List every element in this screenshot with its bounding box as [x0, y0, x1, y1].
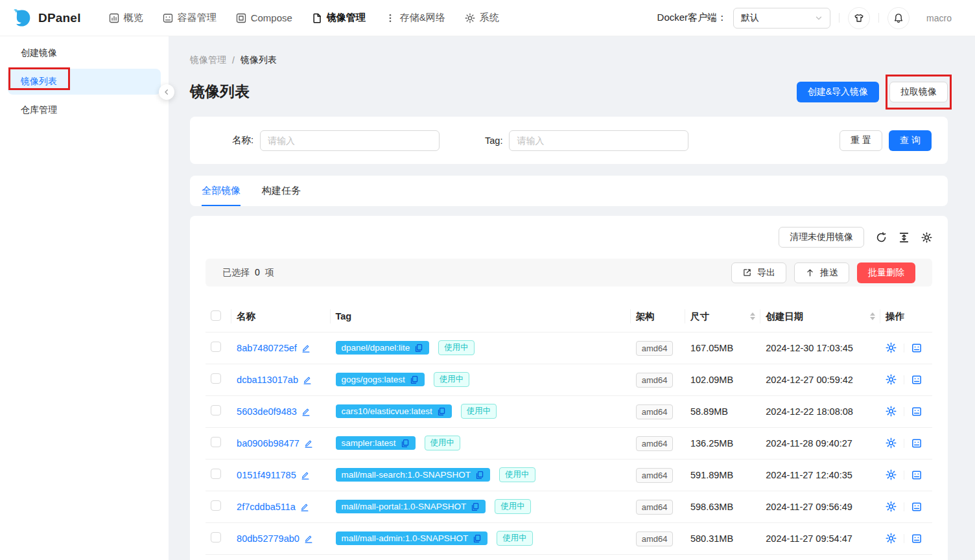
image-name-link[interactable]: 5603de0f9483 [237, 406, 297, 417]
sort-size-control[interactable] [750, 312, 755, 320]
refresh-icon[interactable] [876, 232, 887, 243]
table-settings-gear-icon[interactable] [921, 232, 932, 243]
row-checkbox[interactable] [211, 373, 221, 384]
breadcrumb: 镜像管理 / 镜像列表 [190, 54, 948, 66]
tag-badge[interactable]: sampler:latest [336, 436, 416, 450]
image-table-panel: 清理未使用镜像 已选择 0 项 [190, 216, 948, 560]
tabs-bar: 全部镜像 构建任务 [190, 176, 948, 206]
selected-unit: 项 [265, 267, 274, 279]
search-button[interactable]: 查 询 [889, 130, 932, 151]
edit-icon[interactable] [300, 502, 309, 511]
notifications-button[interactable] [887, 7, 910, 29]
edit-icon[interactable] [304, 534, 313, 543]
image-created-date: 2024-11-27 12:40:35 [760, 459, 880, 491]
tag-badge[interactable]: cars10/elasticvue:latest [336, 404, 452, 418]
image-name-link[interactable]: 80db52779ab0 [237, 533, 300, 544]
tag-text: cars10/elasticvue:latest [342, 406, 432, 416]
sort-created-control[interactable] [870, 312, 875, 320]
row-container-icon[interactable] [911, 438, 922, 449]
export-button[interactable]: 导出 [731, 262, 786, 283]
row-settings-gear-icon[interactable] [886, 533, 897, 544]
create-import-image-button[interactable]: 创建&导入镜像 [797, 82, 879, 102]
tag-badge[interactable]: dpanel/dpanel:lite [336, 341, 430, 355]
copy-icon[interactable] [437, 407, 446, 416]
brand-logo[interactable]: DPanel [13, 8, 81, 28]
table-row: ba0906b98477 sampler:latest 使用中 amd64 13… [206, 427, 932, 459]
row-settings-gear-icon[interactable] [886, 438, 897, 449]
edit-icon[interactable] [301, 344, 311, 353]
sidebar-collapse-button[interactable] [159, 84, 174, 100]
pull-image-button[interactable]: 拉取镜像 [889, 82, 948, 102]
row-checkbox[interactable] [211, 532, 221, 542]
row-checkbox[interactable] [211, 437, 221, 447]
table-row: 2f7cddba511a mall/mall-portal:1.0-SNAPSH… [206, 491, 932, 522]
edit-icon[interactable] [301, 407, 311, 416]
sidebar-item-create-image[interactable]: 创建镜像 [8, 40, 161, 66]
image-name-link[interactable]: 0151f4911785 [237, 470, 296, 480]
gear-icon [465, 13, 475, 23]
in-use-badge: 使用中 [497, 531, 533, 546]
nav-item-containers[interactable]: 容器管理 [153, 0, 226, 36]
row-container-icon[interactable] [911, 533, 922, 544]
row-checkbox[interactable] [211, 405, 221, 415]
image-name-link[interactable]: 8ab7480725ef [237, 343, 297, 353]
copy-icon[interactable] [473, 534, 482, 543]
tab-all-images[interactable]: 全部镜像 [202, 176, 241, 206]
row-settings-gear-icon[interactable] [886, 501, 897, 512]
breadcrumb-parent[interactable]: 镜像管理 [190, 54, 226, 66]
row-container-icon[interactable] [911, 375, 922, 385]
theme-skin-button[interactable] [848, 7, 870, 29]
row-settings-gear-icon[interactable] [886, 406, 897, 417]
nav-item-overview[interactable]: 概览 [99, 0, 153, 36]
row-container-icon[interactable] [911, 406, 922, 417]
tag-badge[interactable]: mall/mall-admin:1.0-SNAPSHOT [336, 531, 488, 545]
edit-icon[interactable] [303, 375, 312, 384]
copy-icon[interactable] [414, 344, 423, 353]
page-header: 镜像列表 创建&导入镜像 拉取镜像 [190, 75, 948, 108]
table-row: 5603de0f9483 cars10/elasticvue:latest 使用… [206, 395, 932, 427]
image-name-link[interactable]: dcba113017ab [237, 375, 298, 385]
density-icon[interactable] [899, 232, 910, 243]
copy-icon[interactable] [471, 502, 480, 511]
reset-button[interactable]: 重 置 [840, 130, 882, 151]
push-button[interactable]: 推送 [794, 262, 849, 283]
image-name-link[interactable]: ba0906b98477 [237, 438, 300, 449]
image-name-link[interactable]: 2f7cddba511a [237, 502, 296, 512]
row-container-icon[interactable] [911, 343, 922, 353]
docker-client-value: 默认 [741, 12, 759, 24]
row-checkbox[interactable] [211, 469, 221, 479]
copy-icon[interactable] [410, 375, 419, 384]
tag-badge[interactable]: mall/mall-search:1.0-SNAPSHOT [336, 468, 491, 482]
nav-item-compose[interactable]: Compose [226, 0, 302, 36]
selected-label: 已选择 [222, 267, 250, 279]
sidebar-item-registry[interactable]: 仓库管理 [8, 97, 161, 123]
row-settings-gear-icon[interactable] [886, 469, 897, 480]
row-container-icon[interactable] [911, 502, 922, 512]
tab-build-tasks[interactable]: 构建任务 [262, 176, 301, 206]
nav-item-images[interactable]: 镜像管理 [302, 0, 375, 36]
button-label: 导出 [757, 267, 775, 279]
image-size: 580.31MB [685, 522, 760, 554]
select-all-checkbox[interactable] [211, 310, 221, 321]
copy-icon[interactable] [401, 439, 410, 448]
tag-badge[interactable]: mall/mall-portal:1.0-SNAPSHOT [336, 500, 486, 513]
row-settings-gear-icon[interactable] [886, 374, 897, 385]
nav-item-storage-network[interactable]: 存储&网络 [375, 0, 455, 36]
copy-icon[interactable] [475, 471, 484, 480]
tag-filter-input[interactable] [509, 130, 688, 151]
nav-item-system[interactable]: 系统 [455, 0, 509, 36]
row-checkbox[interactable] [211, 500, 221, 511]
name-filter-input[interactable] [260, 130, 440, 151]
edit-icon[interactable] [301, 471, 310, 480]
row-checkbox[interactable] [211, 342, 221, 352]
edit-icon[interactable] [304, 439, 313, 448]
clean-unused-images-button[interactable]: 清理未使用镜像 [779, 227, 864, 248]
row-settings-gear-icon[interactable] [886, 342, 897, 353]
tag-badge[interactable]: gogs/gogs:latest [336, 373, 425, 386]
docker-client-select[interactable]: 默认 [733, 8, 830, 29]
arch-badge: amd64 [636, 531, 674, 546]
row-container-icon[interactable] [911, 470, 922, 480]
sidebar-item-image-list[interactable]: 镜像列表 [8, 69, 161, 95]
batch-delete-button[interactable]: 批量删除 [857, 262, 915, 283]
username[interactable]: macro [926, 13, 952, 23]
